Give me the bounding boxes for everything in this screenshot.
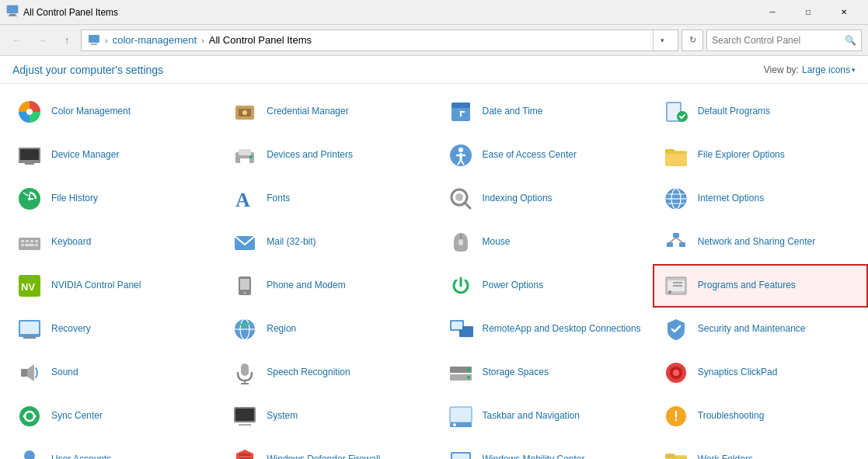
- item-sound[interactable]: Sound: [6, 351, 221, 395]
- svg-point-14: [459, 111, 462, 113]
- item-file-explorer[interactable]: File Explorer Options: [653, 134, 868, 177]
- item-troubleshooting[interactable]: !Troubleshooting: [653, 395, 868, 438]
- item-label-power-options: Power Options: [483, 280, 544, 292]
- search-input[interactable]: [712, 35, 842, 46]
- item-color-management[interactable]: Color Management: [6, 90, 221, 134]
- viewby-value[interactable]: Large icons: [802, 64, 850, 75]
- svg-text:NV: NV: [21, 281, 35, 293]
- svg-rect-4: [91, 43, 97, 45]
- up-button[interactable]: ↑: [56, 30, 78, 51]
- item-work-folders[interactable]: Work Folders: [653, 438, 868, 459]
- breadcrumb-control-panel[interactable]: color-management: [113, 34, 197, 46]
- svg-point-35: [28, 197, 31, 200]
- item-label-work-folders: Work Folders: [698, 454, 753, 459]
- svg-point-39: [455, 193, 463, 201]
- item-user-accounts[interactable]: User Accounts: [6, 438, 221, 459]
- item-icon-windows-mobility: [445, 444, 476, 459]
- item-system[interactable]: System: [221, 395, 437, 438]
- item-label-ease-of-access: Ease of Access Center: [483, 149, 577, 162]
- maximize-button[interactable]: □: [790, 0, 826, 25]
- forward-button[interactable]: →: [31, 30, 53, 51]
- item-device-manager[interactable]: Device Manager: [6, 134, 221, 177]
- item-synaptics[interactable]: Synaptics ClickPad: [653, 351, 868, 395]
- svg-marker-81: [27, 364, 34, 381]
- item-speech[interactable]: Speech Recognition: [221, 351, 437, 395]
- viewby-arrow-icon[interactable]: ▾: [852, 66, 856, 74]
- item-windows-mobility[interactable]: Windows Mobility Center: [437, 438, 653, 459]
- item-icon-speech: [229, 357, 260, 388]
- search-icon: 🔍: [845, 35, 856, 46]
- item-label-file-history: File History: [51, 193, 98, 205]
- item-nvidia[interactable]: NVNVIDIA Control Panel: [6, 264, 221, 308]
- address-dropdown[interactable]: ▾: [653, 30, 671, 51]
- item-label-storage-spaces: Storage Spaces: [483, 367, 549, 379]
- item-icon-region: [229, 314, 260, 345]
- item-programs-features[interactable]: Programs and Features: [653, 264, 868, 308]
- item-label-mouse: Mouse: [483, 236, 511, 249]
- item-security-maintenance[interactable]: Security and Maintenance: [653, 308, 868, 351]
- item-label-internet-options: Internet Options: [698, 193, 764, 205]
- item-default-programs[interactable]: Default Programs: [653, 90, 868, 134]
- item-label-sync-center: Sync Center: [51, 410, 103, 422]
- addressbar: ← → ↑ › color-management › All Control P…: [0, 25, 868, 56]
- item-icon-synaptics: [661, 357, 692, 388]
- item-mail[interactable]: Mail (32-bit): [221, 221, 437, 264]
- svg-rect-82: [241, 363, 249, 376]
- svg-rect-52: [35, 244, 38, 246]
- item-internet-options[interactable]: Internet Options: [653, 177, 868, 221]
- svg-point-88: [467, 376, 470, 379]
- item-ease-of-access[interactable]: Ease of Access Center: [437, 134, 653, 177]
- back-button[interactable]: ←: [6, 30, 28, 51]
- svg-point-68: [668, 290, 671, 294]
- item-power-options[interactable]: Power Options: [437, 264, 653, 308]
- svg-rect-47: [26, 240, 29, 242]
- item-icon-troubleshooting: !: [661, 401, 692, 432]
- item-indexing[interactable]: Indexing Options: [437, 177, 653, 221]
- item-label-keyboard: Keyboard: [51, 236, 91, 249]
- items-grid: Color ManagementCredential ManagerDate a…: [6, 90, 868, 459]
- item-label-nvidia: NVIDIA Control Panel: [51, 280, 141, 292]
- svg-point-6: [26, 109, 33, 115]
- item-phone-modem[interactable]: Phone and Modem: [221, 264, 437, 308]
- item-icon-windows-defender: [229, 444, 260, 459]
- item-sync-center[interactable]: Sync Center: [6, 395, 221, 438]
- svg-rect-19: [20, 149, 39, 160]
- item-windows-defender[interactable]: Windows Defender Firewall: [221, 438, 437, 459]
- item-credential-manager[interactable]: Credential Manager: [221, 90, 437, 134]
- svg-rect-96: [235, 409, 254, 421]
- close-button[interactable]: ✕: [826, 0, 862, 25]
- item-recovery[interactable]: Recovery: [6, 308, 221, 351]
- svg-text:!: !: [674, 409, 678, 424]
- item-icon-sound: [14, 357, 45, 388]
- address-box[interactable]: › color-management › All Control Panel I…: [81, 30, 678, 51]
- content-wrapper: Color ManagementCredential ManagerDate a…: [0, 84, 868, 459]
- item-network-sharing[interactable]: Network and Sharing Center: [653, 221, 868, 264]
- item-date-time[interactable]: Date and Time: [437, 90, 653, 134]
- item-label-windows-mobility: Windows Mobility Center: [483, 454, 585, 459]
- svg-rect-57: [667, 242, 673, 247]
- item-icon-storage-spaces: [445, 357, 476, 388]
- svg-rect-1: [9, 14, 16, 16]
- refresh-button[interactable]: ↻: [682, 30, 703, 51]
- breadcrumb-sep2: ›: [201, 36, 204, 45]
- svg-rect-80: [21, 369, 27, 377]
- item-label-system: System: [267, 410, 298, 422]
- item-mouse[interactable]: Mouse: [437, 221, 653, 264]
- item-storage-spaces[interactable]: Storage Spaces: [437, 351, 653, 395]
- item-remoteapp[interactable]: RemoteApp and Desktop Connections: [437, 308, 653, 351]
- search-box[interactable]: 🔍: [706, 30, 862, 51]
- svg-line-38: [465, 203, 470, 208]
- item-region[interactable]: Region: [221, 308, 437, 351]
- item-keyboard[interactable]: Keyboard: [6, 221, 221, 264]
- svg-rect-20: [25, 163, 34, 165]
- item-file-history[interactable]: File History: [6, 177, 221, 221]
- item-label-user-accounts: User Accounts: [51, 454, 111, 459]
- item-devices-printers[interactable]: Devices and Printers: [221, 134, 437, 177]
- item-label-programs-features: Programs and Features: [698, 280, 796, 292]
- item-fonts[interactable]: AFonts: [221, 177, 437, 221]
- item-label-taskbar: Taskbar and Navigation: [483, 410, 580, 422]
- minimize-button[interactable]: ─: [755, 0, 790, 25]
- svg-rect-22: [239, 149, 251, 155]
- item-taskbar[interactable]: Taskbar and Navigation: [437, 395, 653, 438]
- item-icon-color-management: [14, 96, 45, 127]
